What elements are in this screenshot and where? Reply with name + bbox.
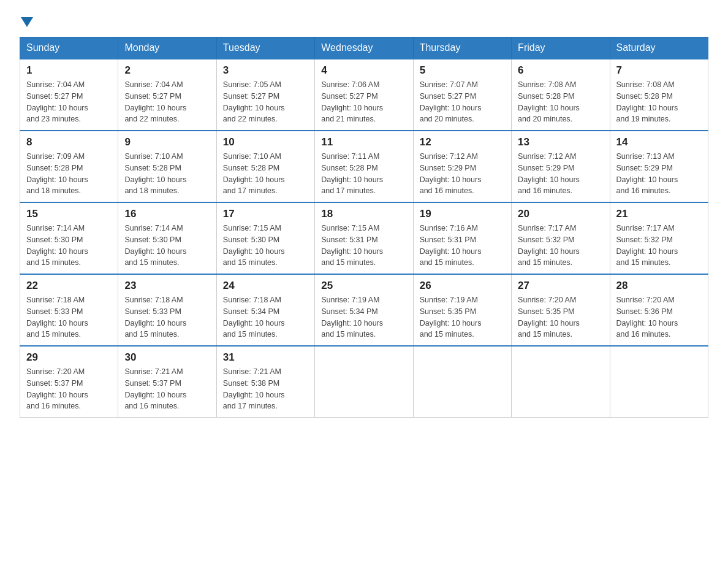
day-number: 2 xyxy=(124,64,210,77)
day-info: Sunrise: 7:14 AMSunset: 5:30 PMDaylight:… xyxy=(26,223,112,269)
calendar-cell: 20Sunrise: 7:17 AMSunset: 5:32 PMDayligh… xyxy=(512,202,610,274)
day-info: Sunrise: 7:13 AMSunset: 5:29 PMDaylight:… xyxy=(616,151,702,197)
calendar-cell: 17Sunrise: 7:15 AMSunset: 5:30 PMDayligh… xyxy=(216,202,314,274)
day-info: Sunrise: 7:20 AMSunset: 5:35 PMDaylight:… xyxy=(518,294,603,340)
calendar-cell: 19Sunrise: 7:16 AMSunset: 5:31 PMDayligh… xyxy=(413,202,511,274)
calendar-cell: 5Sunrise: 7:07 AMSunset: 5:27 PMDaylight… xyxy=(413,59,511,131)
calendar-cell: 18Sunrise: 7:15 AMSunset: 5:31 PMDayligh… xyxy=(315,202,413,274)
header-tuesday: Tuesday xyxy=(216,37,314,59)
day-number: 19 xyxy=(420,208,505,220)
week-row-2: 8Sunrise: 7:09 AMSunset: 5:28 PMDaylight… xyxy=(20,131,708,202)
day-info: Sunrise: 7:15 AMSunset: 5:31 PMDaylight:… xyxy=(321,223,406,269)
calendar-cell: 7Sunrise: 7:08 AMSunset: 5:28 PMDaylight… xyxy=(610,59,708,131)
week-row-5: 29Sunrise: 7:20 AMSunset: 5:37 PMDayligh… xyxy=(20,346,708,418)
day-number: 22 xyxy=(26,280,112,292)
day-info: Sunrise: 7:17 AMSunset: 5:32 PMDaylight:… xyxy=(518,223,603,269)
day-number: 29 xyxy=(26,351,112,364)
calendar-cell: 12Sunrise: 7:12 AMSunset: 5:29 PMDayligh… xyxy=(413,131,511,202)
day-number: 24 xyxy=(223,280,308,292)
day-number: 5 xyxy=(420,64,505,77)
day-number: 30 xyxy=(124,351,210,364)
day-info: Sunrise: 7:21 AMSunset: 5:37 PMDaylight:… xyxy=(124,366,210,412)
calendar-cell xyxy=(413,346,511,418)
calendar-cell: 8Sunrise: 7:09 AMSunset: 5:28 PMDaylight… xyxy=(20,131,118,202)
day-number: 14 xyxy=(616,136,702,148)
day-info: Sunrise: 7:10 AMSunset: 5:28 PMDaylight:… xyxy=(223,151,308,197)
week-row-1: 1Sunrise: 7:04 AMSunset: 5:27 PMDaylight… xyxy=(20,59,708,131)
calendar-cell: 29Sunrise: 7:20 AMSunset: 5:37 PMDayligh… xyxy=(20,346,118,418)
day-info: Sunrise: 7:09 AMSunset: 5:28 PMDaylight:… xyxy=(26,151,112,197)
day-number: 17 xyxy=(223,208,308,220)
day-info: Sunrise: 7:15 AMSunset: 5:30 PMDaylight:… xyxy=(223,223,308,269)
day-number: 26 xyxy=(420,280,505,292)
header-sunday: Sunday xyxy=(20,37,118,59)
day-info: Sunrise: 7:19 AMSunset: 5:35 PMDaylight:… xyxy=(420,294,505,340)
day-number: 7 xyxy=(616,64,702,77)
calendar-cell: 2Sunrise: 7:04 AMSunset: 5:27 PMDaylight… xyxy=(118,59,216,131)
day-number: 28 xyxy=(616,280,702,292)
day-number: 21 xyxy=(616,208,702,220)
day-number: 12 xyxy=(420,136,505,148)
calendar-cell: 31Sunrise: 7:21 AMSunset: 5:38 PMDayligh… xyxy=(216,346,314,418)
day-number: 31 xyxy=(223,351,308,364)
header-monday: Monday xyxy=(118,37,216,59)
header-thursday: Thursday xyxy=(413,37,511,59)
day-number: 1 xyxy=(26,64,112,77)
calendar-cell: 10Sunrise: 7:10 AMSunset: 5:28 PMDayligh… xyxy=(216,131,314,202)
day-number: 13 xyxy=(518,136,603,148)
day-info: Sunrise: 7:17 AMSunset: 5:32 PMDaylight:… xyxy=(616,223,702,269)
day-info: Sunrise: 7:12 AMSunset: 5:29 PMDaylight:… xyxy=(518,151,603,197)
header-wednesday: Wednesday xyxy=(315,37,413,59)
day-number: 16 xyxy=(124,208,210,220)
calendar-cell: 28Sunrise: 7:20 AMSunset: 5:36 PMDayligh… xyxy=(610,274,708,346)
calendar-cell: 22Sunrise: 7:18 AMSunset: 5:33 PMDayligh… xyxy=(20,274,118,346)
calendar-cell: 3Sunrise: 7:05 AMSunset: 5:27 PMDaylight… xyxy=(216,59,314,131)
day-info: Sunrise: 7:08 AMSunset: 5:28 PMDaylight:… xyxy=(616,79,702,125)
day-number: 23 xyxy=(124,280,210,292)
day-info: Sunrise: 7:21 AMSunset: 5:38 PMDaylight:… xyxy=(223,366,308,412)
header-friday: Friday xyxy=(512,37,610,59)
calendar-cell: 15Sunrise: 7:14 AMSunset: 5:30 PMDayligh… xyxy=(20,202,118,274)
day-info: Sunrise: 7:04 AMSunset: 5:27 PMDaylight:… xyxy=(124,79,210,125)
page-header xyxy=(20,15,708,27)
day-number: 20 xyxy=(518,208,603,220)
calendar-cell: 23Sunrise: 7:18 AMSunset: 5:33 PMDayligh… xyxy=(118,274,216,346)
day-info: Sunrise: 7:05 AMSunset: 5:27 PMDaylight:… xyxy=(223,79,308,125)
day-number: 8 xyxy=(26,136,112,148)
day-info: Sunrise: 7:12 AMSunset: 5:29 PMDaylight:… xyxy=(420,151,505,197)
day-number: 3 xyxy=(223,64,308,77)
calendar-cell xyxy=(512,346,610,418)
day-info: Sunrise: 7:06 AMSunset: 5:27 PMDaylight:… xyxy=(321,79,406,125)
calendar-cell: 30Sunrise: 7:21 AMSunset: 5:37 PMDayligh… xyxy=(118,346,216,418)
day-number: 27 xyxy=(518,280,603,292)
calendar-cell: 27Sunrise: 7:20 AMSunset: 5:35 PMDayligh… xyxy=(512,274,610,346)
day-number: 4 xyxy=(321,64,406,77)
day-info: Sunrise: 7:18 AMSunset: 5:33 PMDaylight:… xyxy=(124,294,210,340)
calendar-table: SundayMondayTuesdayWednesdayThursdayFrid… xyxy=(20,37,708,418)
day-number: 9 xyxy=(124,136,210,148)
calendar-cell: 11Sunrise: 7:11 AMSunset: 5:28 PMDayligh… xyxy=(315,131,413,202)
day-number: 10 xyxy=(223,136,308,148)
week-row-4: 22Sunrise: 7:18 AMSunset: 5:33 PMDayligh… xyxy=(20,274,708,346)
day-number: 6 xyxy=(518,64,603,77)
header-saturday: Saturday xyxy=(610,37,708,59)
day-info: Sunrise: 7:20 AMSunset: 5:37 PMDaylight:… xyxy=(26,366,112,412)
calendar-cell: 26Sunrise: 7:19 AMSunset: 5:35 PMDayligh… xyxy=(413,274,511,346)
calendar-cell xyxy=(315,346,413,418)
calendar-cell: 21Sunrise: 7:17 AMSunset: 5:32 PMDayligh… xyxy=(610,202,708,274)
day-info: Sunrise: 7:16 AMSunset: 5:31 PMDaylight:… xyxy=(420,223,505,269)
logo xyxy=(20,15,33,27)
day-info: Sunrise: 7:14 AMSunset: 5:30 PMDaylight:… xyxy=(124,223,210,269)
logo-arrow-icon xyxy=(21,17,33,27)
calendar-cell: 1Sunrise: 7:04 AMSunset: 5:27 PMDaylight… xyxy=(20,59,118,131)
calendar-cell: 13Sunrise: 7:12 AMSunset: 5:29 PMDayligh… xyxy=(512,131,610,202)
day-number: 15 xyxy=(26,208,112,220)
day-info: Sunrise: 7:18 AMSunset: 5:34 PMDaylight:… xyxy=(223,294,308,340)
calendar-cell: 14Sunrise: 7:13 AMSunset: 5:29 PMDayligh… xyxy=(610,131,708,202)
day-info: Sunrise: 7:19 AMSunset: 5:34 PMDaylight:… xyxy=(321,294,406,340)
day-info: Sunrise: 7:20 AMSunset: 5:36 PMDaylight:… xyxy=(616,294,702,340)
day-number: 18 xyxy=(321,208,406,220)
calendar-cell: 25Sunrise: 7:19 AMSunset: 5:34 PMDayligh… xyxy=(315,274,413,346)
calendar-cell xyxy=(610,346,708,418)
day-info: Sunrise: 7:11 AMSunset: 5:28 PMDaylight:… xyxy=(321,151,406,197)
